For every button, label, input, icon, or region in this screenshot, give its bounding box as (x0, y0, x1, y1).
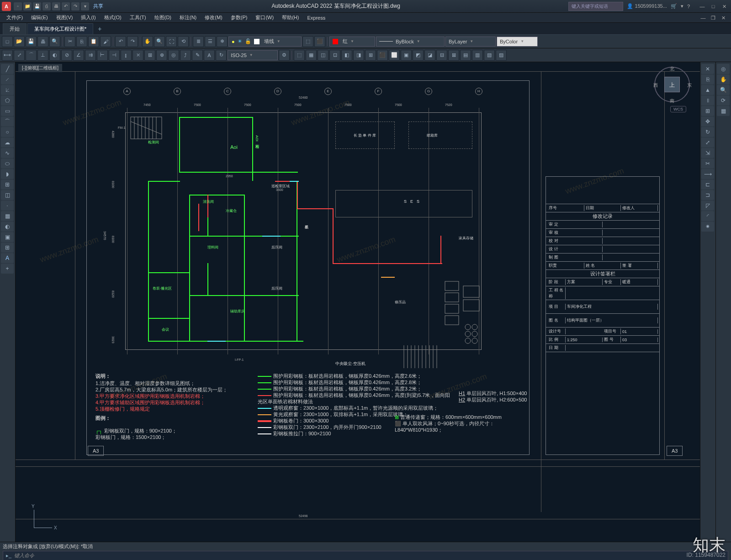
layer-iso-icon[interactable]: ⬚ (302, 36, 313, 47)
qat-redo-icon[interactable]: ↷ (71, 2, 79, 11)
maximize-button[interactable]: □ (708, 2, 718, 11)
dim-quick-icon[interactable]: ⇉ (85, 50, 96, 61)
viewcube-east[interactable]: 东 (687, 82, 692, 89)
tb2-icon[interactable]: ▦ (306, 50, 317, 61)
break-icon[interactable]: ⊏ (701, 180, 714, 190)
menu-modify[interactable]: 修改(M) (201, 13, 226, 22)
tb7-icon[interactable]: ⊞ (365, 50, 376, 61)
gradient-icon[interactable]: ◐ (1, 222, 14, 232)
addselected-icon[interactable]: + (1, 264, 14, 274)
tb4-icon[interactable]: ⊡ (329, 50, 340, 61)
tb14-icon[interactable]: ⊠ (448, 50, 459, 61)
color-combo[interactable]: 红▼ (329, 37, 375, 47)
dim-continue-icon[interactable]: ⊣ (109, 50, 120, 61)
dim-baseline-icon[interactable]: ⊢ (97, 50, 108, 61)
polyline-icon[interactable]: ⟀ (1, 85, 14, 95)
jog-icon[interactable]: ⤴ (180, 50, 191, 61)
tb11-icon[interactable]: ◩ (413, 50, 424, 61)
dim-edit-icon[interactable]: ✎ (192, 50, 203, 61)
qat-new-icon[interactable]: ▫ (14, 2, 22, 11)
copy2-icon[interactable]: ⎘ (701, 74, 714, 85)
center-mark-icon[interactable]: ⊕ (156, 50, 167, 61)
qat-save-icon[interactable]: 💾 (33, 2, 41, 11)
viewcube-north[interactable]: 北 (670, 66, 674, 72)
match-icon[interactable]: 🖌 (100, 36, 111, 47)
qat-saveas-icon[interactable]: ⎙ (42, 2, 51, 11)
menu-parametric[interactable]: 参数(P) (227, 13, 251, 22)
insert-block-icon[interactable]: ⊞ (1, 180, 14, 190)
menu-window[interactable]: 窗口(W) (252, 13, 277, 22)
qat-plot-icon[interactable]: 🖶 (52, 2, 60, 11)
tb13-icon[interactable]: ⊟ (436, 50, 447, 61)
offset-icon[interactable]: ⫴ (701, 95, 714, 106)
menu-view[interactable]: 视图(V) (53, 13, 77, 22)
move-icon[interactable]: ✥ (701, 116, 714, 127)
doc-close-icon[interactable]: ✕ (718, 14, 728, 22)
redo2-icon[interactable]: ↷ (127, 36, 138, 47)
paste-icon[interactable]: 📋 (88, 36, 99, 47)
menu-edit[interactable]: 编辑(E) (27, 13, 52, 22)
dim-diameter-icon[interactable]: ⊘ (61, 50, 72, 61)
fillet-icon[interactable]: ◜ (701, 211, 714, 221)
stretch-icon[interactable]: ⇲ (701, 148, 714, 158)
tb3-icon[interactable]: ◫ (318, 50, 328, 61)
tb6-icon[interactable]: ◨ (353, 50, 364, 61)
region-icon[interactable]: ▣ (1, 232, 14, 242)
dim-radius-icon[interactable]: ◐ (49, 50, 60, 61)
plotstyle-combo[interactable]: ByColor▼ (497, 37, 538, 47)
preview-icon[interactable]: 🔍 (49, 36, 60, 47)
ellipse-icon[interactable]: ⬭ (1, 158, 14, 169)
viewcube-south[interactable]: 南 (670, 98, 674, 104)
zoom-prev-icon[interactable]: ⟲ (178, 36, 189, 47)
ellipse-arc-icon[interactable]: ◗ (1, 169, 14, 179)
help-search-input[interactable]: 键入关键字或短语 (568, 2, 623, 11)
minimize-button[interactable]: — (697, 2, 707, 11)
make-block-icon[interactable]: ◫ (1, 190, 14, 200)
tb8-icon[interactable]: ⬛ (377, 50, 388, 61)
ucs-icon[interactable]: X Y (29, 505, 57, 533)
tab-active-drawing[interactable]: 某车间净化工程设计图* (27, 23, 93, 34)
cart-icon[interactable]: 🛒 (671, 3, 677, 9)
dim-linear-icon[interactable]: ⟷ (2, 50, 13, 61)
menu-express[interactable]: Express (303, 14, 329, 21)
extend-icon[interactable]: ⟶ (701, 169, 714, 179)
nav-show-icon[interactable]: ▦ (717, 106, 730, 116)
mirror-icon[interactable]: ▲ (701, 85, 714, 95)
tb16-icon[interactable]: ▥ (472, 50, 483, 61)
menu-draw[interactable]: 绘图(D) (151, 13, 175, 22)
layer-combo[interactable]: ●☀🔓 墙线▼ (228, 37, 302, 47)
save-icon[interactable]: 💾 (26, 36, 37, 47)
menu-tools[interactable]: 工具(T) (126, 13, 150, 22)
arc-icon[interactable]: ⌒ (1, 116, 14, 127)
qat-dd-icon[interactable]: ▾ (81, 2, 89, 11)
doc-minimize-icon[interactable]: — (698, 14, 708, 22)
layer-state-icon[interactable]: ☰ (205, 36, 216, 47)
layer-off-icon[interactable]: ⬛ (314, 36, 325, 47)
scale-icon[interactable]: ⤢ (701, 137, 714, 148)
viewcube-west[interactable]: 西 (653, 82, 658, 89)
layer-freeze-icon[interactable]: ❄ (217, 36, 228, 47)
app-logo[interactable]: A (2, 2, 11, 11)
dim-update-icon[interactable]: ↻ (216, 50, 227, 61)
layer-props-icon[interactable]: ≣ (193, 36, 204, 47)
xline-icon[interactable]: ⟋ (1, 74, 14, 85)
cut-icon[interactable]: ✂ (64, 36, 75, 47)
close-button[interactable]: ✕ (719, 2, 729, 11)
zoom-icon[interactable]: 🔍 (154, 36, 165, 47)
nav-orbit-icon[interactable]: ⟳ (717, 95, 730, 106)
zoom-window-icon[interactable]: ⛶ (166, 36, 177, 47)
linetype-combo[interactable]: ByLayer▼ (445, 37, 496, 47)
trim-icon[interactable]: ✂ (701, 158, 714, 169)
copy-icon[interactable]: ⎘ (76, 36, 87, 47)
viewcube[interactable]: 上 北 南 东 西 (654, 67, 691, 103)
dim-aligned-icon[interactable]: ⤢ (14, 50, 25, 61)
line-icon[interactable]: ╱ (1, 64, 14, 74)
open-icon[interactable]: 📂 (14, 36, 25, 47)
join-icon[interactable]: ⊐ (701, 190, 714, 200)
tb17-icon[interactable]: ▧ (484, 50, 495, 61)
tb9-icon[interactable]: ⬜ (389, 50, 400, 61)
drawing-canvas[interactable]: [-][俯视][二维线框] 上 北 南 东 西 WCS A3 A3 (16, 62, 700, 542)
menu-file[interactable]: 文件(F) (3, 13, 26, 22)
new-icon[interactable]: □ (2, 36, 13, 47)
menu-dimension[interactable]: 标注(N) (176, 13, 200, 22)
